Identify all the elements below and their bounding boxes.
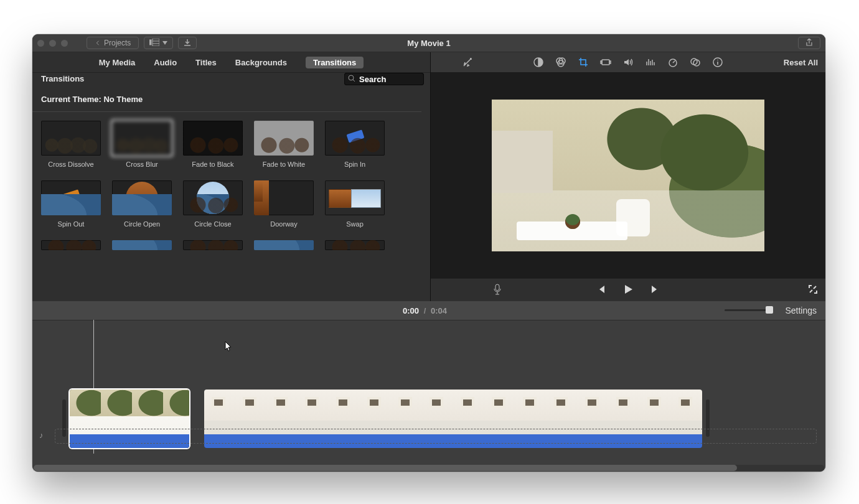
upper-panels: My Media Audio Titles Backgrounds Transi… — [32, 52, 825, 301]
search-icon — [348, 75, 355, 84]
cursor-icon — [225, 341, 232, 352]
timeline-tracks[interactable]: ♪ — [32, 320, 825, 454]
transition-circle-open[interactable]: Circle Open — [112, 180, 172, 228]
transition-doorway[interactable]: Doorway — [254, 180, 314, 228]
tab-transitions[interactable]: Transitions — [306, 57, 364, 68]
transition-label: Spin Out — [41, 220, 101, 228]
timeline-settings-button[interactable]: Settings — [785, 306, 817, 315]
transition-item[interactable] — [254, 240, 314, 250]
window-max-dot[interactable] — [61, 40, 68, 47]
color-correction-icon[interactable] — [555, 57, 566, 68]
transition-label: Fade to White — [254, 161, 314, 168]
transition-label: Cross Dissolve — [41, 161, 101, 168]
music-track[interactable]: ♪ — [55, 429, 817, 444]
transition-cross-blur[interactable]: Cross Blur — [112, 121, 172, 168]
window-close-dot[interactable] — [37, 40, 44, 47]
tab-backgrounds[interactable]: Backgrounds — [235, 58, 287, 67]
fullscreen-button[interactable] — [808, 284, 818, 296]
browser-panel: My Media Audio Titles Backgrounds Transi… — [32, 52, 430, 301]
voiceover-button[interactable] — [493, 284, 502, 297]
transition-label: Doorway — [254, 220, 314, 228]
speed-icon[interactable] — [667, 57, 678, 68]
tab-audio[interactable]: Audio — [154, 58, 177, 67]
transition-spin-in[interactable]: Spin In — [325, 121, 385, 168]
time-current: 0:00 — [403, 306, 419, 315]
library-icon — [149, 39, 159, 48]
timeline-header: 0:00 / 0:04 Settings — [32, 301, 825, 320]
app-window: Projects My Movie 1 — [32, 34, 825, 472]
svg-point-2 — [349, 75, 354, 80]
library-toggle-button[interactable] — [144, 37, 173, 49]
svg-rect-14 — [495, 284, 499, 291]
download-icon — [184, 39, 191, 48]
timeline-scrollbar[interactable] — [34, 465, 824, 471]
transition-label: Circle Open — [112, 220, 172, 228]
transition-label: Spin In — [325, 161, 385, 168]
transition-item[interactable] — [325, 240, 385, 250]
transition-spin-out[interactable]: Spin Out — [41, 180, 101, 228]
playback-controls — [431, 278, 825, 301]
search-placeholder: Search — [359, 75, 386, 84]
share-icon — [805, 39, 813, 48]
panel-title: Transitions — [41, 74, 84, 83]
projects-button-label: Projects — [104, 39, 131, 47]
transition-fade-to-white[interactable]: Fade to White — [254, 121, 314, 168]
share-button[interactable] — [798, 37, 820, 49]
window-min-dot[interactable] — [49, 40, 56, 47]
theme-label: Current Theme: No Theme — [32, 88, 421, 112]
search-input[interactable]: Search — [344, 73, 424, 85]
transition-item[interactable] — [112, 240, 172, 250]
transition-item[interactable] — [183, 240, 243, 250]
inspector-toolbar: Reset All — [431, 52, 825, 72]
preview-panel: Reset All — [431, 52, 825, 301]
zoom-slider[interactable] — [725, 309, 769, 311]
svg-rect-0 — [149, 40, 151, 45]
tab-my-media[interactable]: My Media — [99, 58, 136, 67]
transition-label: Circle Close — [183, 220, 243, 228]
svg-rect-8 — [601, 61, 602, 63]
timecode: 0:00 / 0:04 — [403, 306, 447, 315]
video-effects-icon[interactable] — [690, 57, 701, 68]
transition-circle-close[interactable]: Circle Close — [183, 180, 243, 228]
projects-button[interactable]: Projects — [87, 37, 139, 49]
color-balance-icon[interactable] — [533, 57, 544, 68]
transition-cross-dissolve[interactable]: Cross Dissolve — [41, 121, 101, 168]
titlebar: Projects My Movie 1 — [32, 34, 825, 52]
transition-swap[interactable]: Swap — [325, 180, 385, 228]
noise-reduction-icon[interactable] — [645, 57, 656, 68]
time-duration: 0:04 — [431, 306, 447, 315]
browser-subheader: Transitions Search — [32, 72, 430, 88]
svg-rect-1 — [153, 39, 159, 46]
import-button[interactable] — [178, 37, 197, 49]
music-icon: ♪ — [39, 431, 44, 440]
transitions-grid: Cross Dissolve Cross Blur Fade to Black — [32, 112, 430, 301]
next-button[interactable] — [650, 284, 661, 297]
video-frame — [492, 100, 764, 251]
timeline: 0:00 / 0:04 Settings — [32, 301, 825, 472]
info-icon[interactable] — [712, 57, 723, 68]
svg-rect-7 — [602, 60, 609, 65]
browser-tabs: My Media Audio Titles Backgrounds Transi… — [32, 52, 430, 72]
play-button[interactable] — [622, 284, 634, 297]
svg-rect-9 — [609, 61, 611, 63]
prev-button[interactable] — [595, 284, 606, 297]
transition-label: Swap — [325, 220, 385, 228]
volume-icon[interactable] — [622, 57, 634, 68]
transition-label: Cross Blur — [112, 161, 172, 168]
stabilization-icon[interactable] — [600, 57, 611, 68]
tab-titles[interactable]: Titles — [195, 58, 217, 67]
transition-fade-to-black[interactable]: Fade to Black — [183, 121, 243, 168]
transition-item[interactable] — [41, 240, 101, 250]
crop-icon[interactable] — [578, 57, 589, 68]
transition-label: Fade to Black — [183, 161, 243, 168]
video-preview[interactable] — [431, 72, 825, 278]
